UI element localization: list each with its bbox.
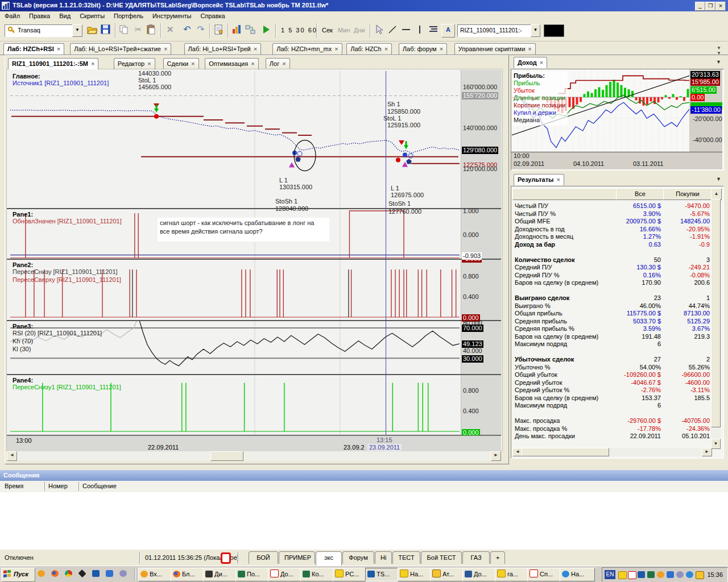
- open-icon[interactable]: [86, 24, 99, 36]
- workspace-tab-ТЕСТ[interactable]: ТЕСТ: [392, 551, 420, 564]
- quicklaunch-kmp[interactable]: [106, 570, 115, 577]
- menu-Вид[interactable]: Вид: [55, 11, 75, 20]
- results-col-buys[interactable]: Покупки: [663, 188, 712, 200]
- results-row[interactable]: Максимум подряд6: [515, 402, 719, 409]
- results-row[interactable]: Количество сделок503: [515, 256, 719, 264]
- tray-em-icon[interactable]: [676, 571, 685, 578]
- results-row[interactable]: Средняя прибыль %3.59%3.67%: [515, 325, 719, 332]
- record-icon[interactable]: [221, 552, 231, 564]
- line-tool-icon[interactable]: [387, 24, 399, 36]
- vline-tool-icon[interactable]: [414, 24, 427, 36]
- title-bar[interactable]: TSLab (версия 1.1.21.0:32bit) - D:\НЕ УД…: [0, 0, 728, 11]
- results-vscroll-down-icon[interactable]: ▼: [711, 439, 721, 449]
- close-icon[interactable]: ×: [91, 60, 94, 67]
- tray-mail-icon[interactable]: [618, 571, 628, 579]
- close-button[interactable]: ×: [715, 2, 726, 11]
- results-row[interactable]: Максимум подряд6: [515, 340, 719, 348]
- doc-tab[interactable]: Оптимизация×: [205, 58, 258, 69]
- results-row[interactable]: День макс. просадки22.09.201105.10.201: [515, 433, 719, 440]
- tray-ie-icon[interactable]: [686, 571, 695, 578]
- task-button[interactable]: До...: [462, 568, 498, 581]
- maximize-button[interactable]: ❒: [705, 2, 715, 11]
- cut-icon[interactable]: ✂: [132, 24, 144, 36]
- task-button[interactable]: На...: [398, 568, 433, 581]
- save-icon[interactable]: [100, 24, 113, 36]
- close-icon[interactable]: ×: [282, 60, 286, 67]
- lab-tab[interactable]: Лаб: HZCh+RSI×: [3, 43, 64, 55]
- quicklaunch-clock[interactable]: [38, 570, 47, 577]
- tray-pdf-icon[interactable]: [628, 571, 638, 579]
- lab-tab[interactable]: Лаб: форум×: [399, 43, 447, 55]
- workspace-tab-БОЙ[interactable]: БОЙ: [249, 551, 278, 564]
- results-row[interactable]: Общий убыток-109260.00 $-96600.00: [515, 371, 719, 379]
- chart-hscrollbar[interactable]: ◄ ►: [7, 451, 501, 461]
- menu-Инструменты[interactable]: Инструменты: [148, 11, 196, 20]
- close-icon[interactable]: ×: [254, 45, 257, 52]
- task-button[interactable]: РС...: [333, 568, 368, 581]
- unit-min[interactable]: Мин: [338, 27, 350, 34]
- connection-dropdown-icon[interactable]: ▼: [72, 24, 82, 37]
- lab-tab[interactable]: Лаб: HZCh+mn_mx×: [272, 43, 342, 55]
- tab-income[interactable]: Доход×: [514, 57, 547, 68]
- redo-icon[interactable]: ↷: [195, 24, 207, 36]
- hline-tool-icon[interactable]: [400, 24, 413, 36]
- color-swatch[interactable]: [544, 24, 564, 37]
- workspace-tab-Форум[interactable]: Форум: [342, 551, 374, 564]
- close-icon[interactable]: ×: [191, 60, 195, 67]
- instrument-combo[interactable]: RIZ1_110901_111201:-: [457, 24, 531, 37]
- cursor-tool-icon[interactable]: [373, 24, 386, 36]
- task-button[interactable]: На...: [560, 568, 595, 581]
- workspace-tab-Бой ТЕСТ[interactable]: Бой ТЕСТ: [421, 551, 462, 564]
- panel-menu-icon[interactable]: ▼: [716, 59, 721, 65]
- results-hscroll-thumb[interactable]: [522, 448, 609, 456]
- messages-body[interactable]: [0, 492, 728, 549]
- task-button[interactable]: га...: [495, 568, 530, 581]
- undo-icon[interactable]: ↶: [181, 24, 193, 36]
- doc-tab[interactable]: RIZ1_110901_111201:-:5M×: [8, 58, 98, 69]
- text-label-icon[interactable]: A: [441, 24, 455, 38]
- messages-header[interactable]: Сообщения: [0, 470, 728, 481]
- results-row[interactable]: Доходность в год16.66%-20.95%: [515, 226, 719, 233]
- messages-col-time[interactable]: Время: [5, 483, 23, 489]
- results-row[interactable]: Убыточно %54.00%55.26%: [515, 364, 719, 371]
- workspace-tab-ГАЗ[interactable]: ГАЗ: [462, 551, 490, 564]
- lab-tab[interactable]: Управление скриптами×: [454, 43, 536, 55]
- doc-tab[interactable]: Сделки×: [163, 58, 199, 69]
- task-button[interactable]: Ат...: [430, 568, 465, 581]
- paste-icon[interactable]: [146, 24, 158, 36]
- results-row[interactable]: Выиграно %46.00%44.74%: [515, 302, 719, 310]
- close-icon[interactable]: ×: [440, 45, 443, 52]
- chart-note[interactable]: сигнал шорт - как исключить срабатывание…: [158, 218, 329, 242]
- messages-col-text[interactable]: Сообщение: [82, 483, 117, 489]
- workspace-tab-Hi[interactable]: Hi: [375, 551, 392, 564]
- results-row[interactable]: Средний П/У130.30 $-249.21: [515, 264, 719, 271]
- results-row[interactable]: Макс. просадка-29760.00 $-40705.00: [515, 417, 719, 425]
- results-row[interactable]: Чистый П/У %3.90%-5.67%: [515, 210, 719, 218]
- workspace-tab-экс[interactable]: экс: [316, 551, 342, 566]
- task-button[interactable]: TS...: [365, 568, 400, 581]
- results-row[interactable]: Общий MFE200975.00 $148245.00: [515, 218, 719, 225]
- lab-tab[interactable]: Лаб: Hi_Lo+RSI+Трей×: [184, 43, 262, 55]
- results-row[interactable]: Убыточных сделок272: [515, 356, 719, 363]
- text-align-icon[interactable]: [428, 24, 440, 36]
- connection-combo[interactable]: Transaq: [5, 24, 73, 37]
- results-vscroll-up-icon[interactable]: ▲: [711, 188, 722, 200]
- chart-icon[interactable]: [231, 24, 243, 36]
- tray-ts-icon[interactable]: [638, 571, 647, 578]
- messages-col-number[interactable]: Номер: [48, 483, 68, 489]
- results-hscroll-right-icon[interactable]: ►: [702, 448, 712, 456]
- menu-Правка[interactable]: Правка: [24, 11, 55, 20]
- tray-clock[interactable]: 15:36: [707, 571, 723, 578]
- scroll-left-icon[interactable]: ◄: [7, 451, 17, 461]
- menu-Справка[interactable]: Справка: [196, 11, 230, 20]
- language-indicator[interactable]: EN: [605, 570, 615, 579]
- results-vscrollbar[interactable]: ▼: [711, 199, 721, 448]
- start-button[interactable]: Пуск: [1, 568, 35, 582]
- task-button[interactable]: До...: [268, 568, 303, 581]
- menu-Скрипты[interactable]: Скрипты: [75, 11, 109, 20]
- delete-icon[interactable]: ✕: [164, 24, 176, 36]
- task-button[interactable]: По...: [235, 568, 271, 581]
- task-button[interactable]: Вх...: [138, 568, 173, 581]
- tray-kmp-icon[interactable]: [667, 571, 676, 578]
- minimize-button[interactable]: _: [695, 2, 705, 11]
